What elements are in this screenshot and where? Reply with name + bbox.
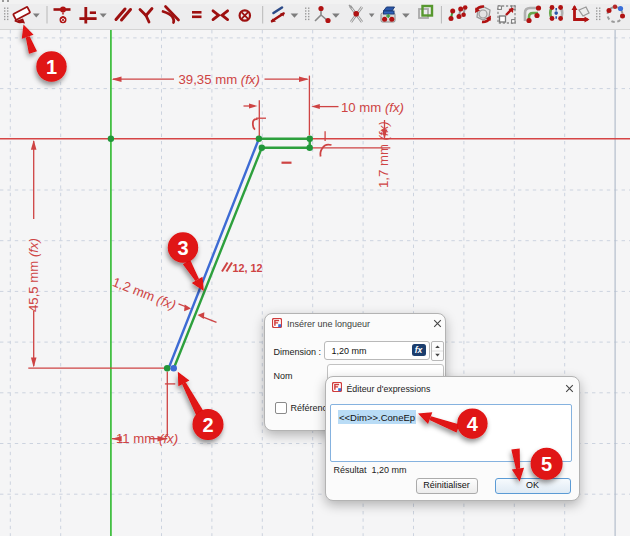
svg-text:12, 12: 12, 12 xyxy=(233,262,263,274)
svg-text:39,35 mm (fx): 39,35 mm (fx) xyxy=(179,72,260,87)
svg-text:10 mm (fx): 10 mm (fx) xyxy=(341,100,404,115)
svg-text:1,2 mm (fx): 1,2 mm (fx) xyxy=(110,274,178,312)
svg-text:11 mm (fx): 11 mm (fx) xyxy=(116,431,178,446)
svg-text:1,7 mm (fx): 1,7 mm (fx) xyxy=(376,121,391,188)
svg-text:45,5 mm (fx): 45,5 mm (fx) xyxy=(26,238,41,312)
